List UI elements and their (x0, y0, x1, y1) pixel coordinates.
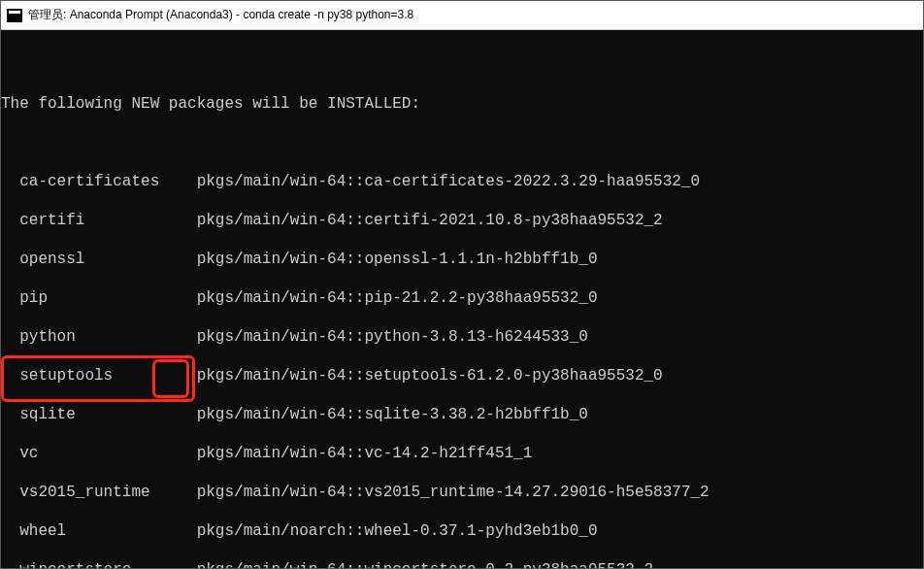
package-line: wincertstore pkgs/main/win-64::wincertst… (1, 560, 923, 568)
terminal-icon (7, 9, 22, 22)
package-line: certifi pkgs/main/win-64::certifi-2021.1… (1, 211, 923, 230)
package-line: wheel pkgs/main/noarch::wheel-0.37.1-pyh… (1, 521, 923, 541)
package-line: vs2015_runtime pkgs/main/win-64::vs2015_… (1, 483, 923, 502)
install-header: The following NEW packages will be INSTA… (1, 94, 923, 114)
package-line: sqlite pkgs/main/win-64::sqlite-3.38.2-h… (1, 405, 923, 424)
package-line: pip pkgs/main/win-64::pip-21.2.2-py38haa… (1, 288, 923, 308)
package-line: ca-certificates pkgs/main/win-64::ca-cer… (1, 172, 923, 191)
package-line: python pkgs/main/win-64::python-3.8.13-h… (1, 327, 923, 347)
blank-line (1, 133, 923, 152)
terminal-window: 管理员: Anaconda Prompt (Anaconda3) - conda… (0, 0, 924, 569)
titlebar[interactable]: 管理员: Anaconda Prompt (Anaconda3) - conda… (1, 1, 923, 30)
package-line: vc pkgs/main/win-64::vc-14.2-h21ff451_1 (1, 444, 923, 463)
blank-line (1, 55, 923, 75)
terminal-output[interactable]: The following NEW packages will be INSTA… (1, 30, 923, 568)
package-line: setuptools pkgs/main/win-64::setuptools-… (1, 366, 923, 385)
window-title: 管理员: Anaconda Prompt (Anaconda3) - conda… (28, 7, 413, 23)
package-line: openssl pkgs/main/win-64::openssl-1.1.1n… (1, 250, 923, 269)
